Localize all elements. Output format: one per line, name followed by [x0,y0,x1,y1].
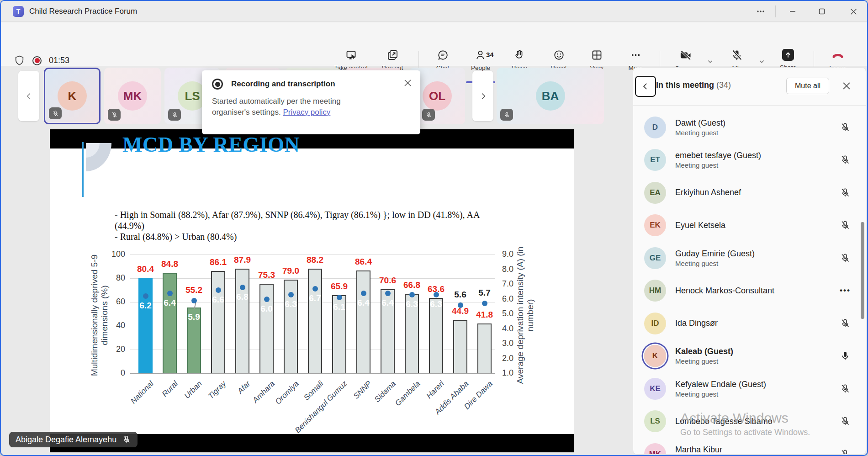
participant-text: Henock Markos-Consultant [675,286,838,296]
right-axis-tick: 8.0 [502,265,513,274]
avatar-initials: ID [644,313,666,334]
participant-row[interactable]: HMHenock Markos-Consultant••• [633,275,866,308]
bar-value-label: 65.9 [325,281,354,292]
mic-muted-icon[interactable] [838,187,852,198]
participant-name: Martha Kibur [675,445,838,455]
mic-muted-icon[interactable] [838,318,852,329]
right-axis-title: Average deprivation intensity (A) (in nu… [515,240,535,391]
panel-close-icon[interactable] [842,81,851,92]
participant-name: Erkiyihun Ashenef [675,188,838,197]
mic-muted-icon[interactable] [838,220,852,231]
intensity-dot-national [143,293,148,299]
category-label-gambela: Gambela [393,379,422,408]
mic-muted-icon[interactable] [838,416,852,427]
bar-snnp [356,270,370,373]
activate-windows-watermark-sub: Go to Settings to activate Windows. [680,428,810,437]
intensity-dot-somali [312,286,318,292]
right-axis-tick: 6.0 [502,294,513,304]
intensity-dot-gambela [409,292,415,297]
avatar-initials: EK [644,214,666,236]
participant-name: Ida Dingsør [675,318,838,328]
panel-count: (34) [716,80,731,90]
intensity-dot-addis-ababa [458,302,463,308]
category-label-afar: Afar [236,379,252,396]
mic-muted-icon[interactable] [838,253,852,264]
participant-role: Meeting guest [675,357,838,365]
participant-row[interactable]: MKMartha KiburOrganiser [633,438,866,455]
privacy-policy-link[interactable]: Privacy policy [283,108,330,117]
participant-text: Martha KiburOrganiser [675,445,838,455]
participant-row[interactable]: GEGuday Emirie (Guest)Meeting guest [633,242,866,275]
participant-name: Eyuel Ketsela [675,221,838,230]
category-label-national: National [129,379,155,406]
participant-text: emebet tesfaye (Guest)Meeting guest [675,151,838,169]
participant-text: Eyuel Ketsela [675,221,838,230]
mic-muted-icon[interactable] [838,154,852,165]
avatar: KE [644,378,666,400]
participant-row[interactable]: IDIda Dingsør [633,307,866,340]
intensity-value-label: 6.0 [254,304,280,314]
participant-row[interactable]: EAErkiyihun Ashenef [633,176,866,209]
participant-list: DDawit (Guest)Meeting guestETemebet tesf… [633,111,866,455]
bar-value-label: 88.2 [301,255,330,265]
mic-muted-icon[interactable] [838,122,852,133]
avatar-initials: HM [644,280,666,302]
intensity-dot-oromiya [288,292,294,297]
category-label-rural: Rural [160,379,180,399]
avatar: GE [644,247,666,269]
participant-name: Henock Markos-Consultant [675,286,838,296]
activate-windows-watermark: Activate Windows [680,410,789,426]
participant-role: Meeting guest [675,161,838,169]
right-axis-tick: 2.0 [502,354,513,363]
avatar: D [644,117,666,138]
avatar: EA [644,182,666,204]
participant-row[interactable]: ETemebet tesfaye (Guest)Meeting guest [633,144,866,177]
recording-notification-popup: Recording and transcription Started auto… [202,70,420,134]
presenter-name-label: Abigale Degafie Alemayehu [9,432,138,447]
panel-divider [633,105,866,106]
participant-name: emebet tesfaye (Guest) [675,151,838,160]
panel-back-button[interactable] [635,76,656,97]
category-label-amhara: Amhara [251,379,276,405]
intensity-dot-dire-dawa [482,301,487,306]
participant-role: Meeting guest [675,260,838,267]
teams-meeting-window: T Child Research Practice Forum 01:53 Ta… [0,0,868,456]
avatar: HM [644,280,666,302]
panel-scrollbar[interactable] [861,222,864,319]
category-label-oromiya: Oromiya [274,379,301,407]
intensity-dot-amhara [264,297,270,302]
popup-close-icon[interactable] [403,79,412,89]
mic-on-icon[interactable] [838,350,852,361]
intensity-value-label: 6.3 [423,299,449,309]
participant-row[interactable]: KEKefyalew Endale (Guest)Meeting guest [633,372,866,405]
intensity-dot-rural [167,291,173,296]
more-options-button[interactable]: ••• [838,286,852,295]
right-axis-tick: 7.0 [502,279,513,289]
bar-addis-ababa [453,320,467,373]
right-axis-tick: 9.0 [502,249,513,259]
mic-muted-icon[interactable] [838,449,852,455]
popup-body: Started automatically per the meeting or… [212,96,365,118]
right-axis-tick: 1.0 [502,368,513,378]
x-axis-line [130,373,495,374]
participant-row[interactable]: KKaleab (Guest)Meeting guest [633,340,866,373]
participants-panel-header: In this meeting (34) Mute all [633,68,866,105]
participant-row[interactable]: DDawit (Guest)Meeting guest [633,111,866,144]
mute-all-button[interactable]: Mute all [786,78,829,94]
bar-national [138,278,153,373]
participant-row[interactable]: EKEyuel Ketsela [633,209,866,242]
avatar-initials: EA [644,182,666,204]
presenter-muted-mic-icon [122,435,131,444]
intensity-dot-sidama [385,291,391,296]
intensity-value-label: 6.3 [399,299,425,309]
bar-dire-dawa [477,323,492,373]
intensity-value-label: 6.4 [375,298,401,308]
participant-text: Kaleab (Guest)Meeting guest [675,347,838,365]
right-axis-tick: 4.0 [502,324,513,334]
bar-value-label: 41.8 [470,310,499,320]
mic-muted-icon[interactable] [838,383,852,394]
avatar: MK [644,443,666,455]
participant-name: Kefyalew Endale (Guest) [675,380,838,389]
popup-title: Recording and transcription [231,80,335,89]
intensity-dot-benishangul-gumuz [337,295,342,300]
